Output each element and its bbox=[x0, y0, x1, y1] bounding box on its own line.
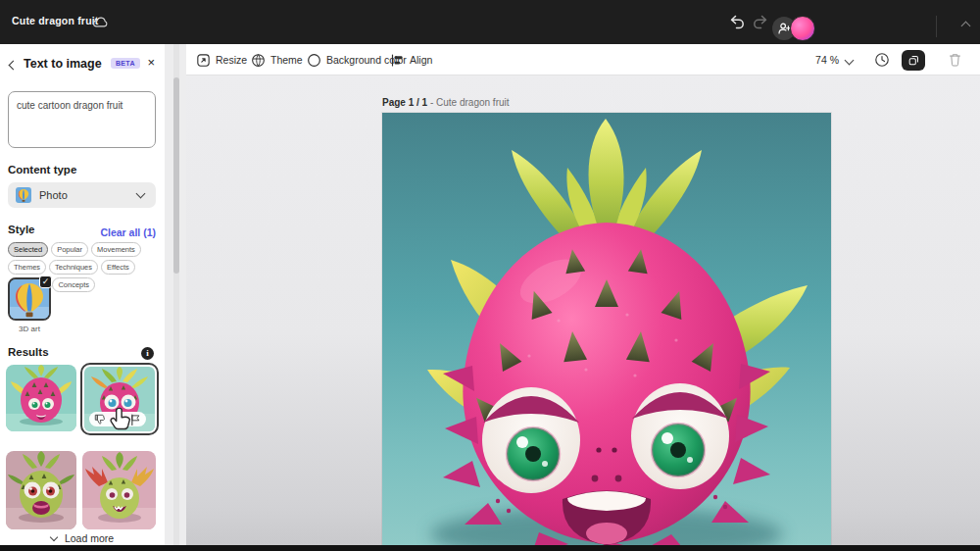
resize-button[interactable]: Resize bbox=[196, 44, 247, 75]
photo-style-icon bbox=[16, 187, 31, 203]
theme-icon bbox=[251, 53, 266, 68]
info-icon[interactable]: i bbox=[141, 347, 154, 360]
load-more-button[interactable]: Load more bbox=[0, 532, 165, 544]
align-icon bbox=[390, 53, 405, 68]
prompt-input[interactable]: cute cartoon dragon fruit bbox=[8, 91, 156, 148]
result-thumbnail-3[interactable] bbox=[6, 451, 76, 529]
layers-icon bbox=[907, 54, 920, 67]
chevron-down-icon bbox=[136, 189, 146, 199]
resize-icon bbox=[196, 53, 211, 68]
chevron-down-icon bbox=[50, 533, 58, 541]
chevron-down-icon bbox=[845, 55, 855, 65]
text-to-image-panel: Text to image BETA × cute cartoon dragon… bbox=[0, 44, 165, 545]
page-label: Page 1 / 1 - Cute dragon fruit bbox=[382, 97, 510, 108]
style-chip-popular[interactable]: Popular bbox=[51, 242, 88, 257]
user-avatar[interactable] bbox=[790, 16, 815, 41]
redo-icon[interactable] bbox=[751, 12, 770, 31]
results-label: Results bbox=[8, 346, 49, 358]
align-label: Align bbox=[410, 54, 432, 66]
load-more-label: Load more bbox=[65, 532, 114, 544]
page-number: Page 1 / 1 bbox=[382, 97, 427, 108]
panel-title: Text to image bbox=[24, 57, 102, 71]
page-title-suffix: - Cute dragon fruit bbox=[430, 97, 510, 108]
content-type-value: Photo bbox=[39, 189, 68, 201]
canvas-workspace: Page 1 / 1 - Cute dragon fruit bbox=[186, 75, 980, 545]
flag-report-icon[interactable] bbox=[130, 414, 141, 426]
layers-toggle[interactable] bbox=[902, 44, 925, 75]
app-header: Cute dragon fruit bbox=[0, 0, 980, 44]
bottom-bar bbox=[0, 545, 980, 551]
close-panel-icon[interactable]: × bbox=[147, 55, 155, 70]
style-chip-selected[interactable]: Selected bbox=[8, 242, 48, 257]
cloud-sync-icon bbox=[90, 12, 110, 31]
style-chip-concepts[interactable]: Concepts bbox=[52, 277, 95, 292]
style-label: Style bbox=[8, 224, 35, 235]
hand-cursor-icon bbox=[108, 406, 131, 431]
background-color-icon bbox=[307, 53, 321, 68]
zoom-control[interactable]: 74 % bbox=[815, 44, 853, 75]
generated-image[interactable] bbox=[382, 113, 831, 545]
scrollbar-thumb[interactable] bbox=[173, 77, 179, 274]
history-button[interactable] bbox=[874, 44, 890, 75]
collapse-chevron-icon[interactable] bbox=[956, 16, 975, 35]
document-title[interactable]: Cute dragon fruit bbox=[12, 15, 99, 26]
style-thumb-label: 3D art bbox=[8, 325, 51, 333]
panel-gutter bbox=[165, 44, 186, 545]
clear-all-link[interactable]: Clear all (1) bbox=[100, 226, 156, 238]
trash-icon bbox=[948, 52, 962, 68]
align-button[interactable]: Align bbox=[390, 44, 432, 75]
style-selected-checkbox[interactable]: ✓ bbox=[39, 276, 52, 288]
thumbs-down-icon[interactable] bbox=[94, 414, 106, 426]
result-thumbnail-4[interactable] bbox=[82, 451, 156, 529]
style-chip-effects[interactable]: Effects bbox=[101, 260, 135, 275]
resize-label: Resize bbox=[216, 54, 247, 66]
theme-label: Theme bbox=[270, 54, 303, 66]
panel-header: Text to image BETA × bbox=[0, 54, 165, 75]
content-type-dropdown[interactable]: Photo bbox=[8, 182, 156, 208]
style-chip-themes[interactable]: Themes bbox=[8, 260, 46, 275]
zoom-value: 74 % bbox=[815, 54, 839, 66]
style-chip-movements[interactable]: Movements bbox=[91, 242, 141, 257]
result-thumbnail-2-selected[interactable] bbox=[80, 363, 159, 435]
delete-button[interactable] bbox=[948, 44, 962, 75]
content-type-label: Content type bbox=[8, 164, 76, 175]
style-chip-techniques[interactable]: Techniques bbox=[49, 260, 98, 275]
history-clock-icon bbox=[874, 52, 890, 68]
undo-icon[interactable] bbox=[727, 12, 747, 31]
back-chevron-icon[interactable] bbox=[9, 61, 19, 71]
canvas-toolbar: Resize Theme Background color Align 74 % bbox=[186, 44, 980, 75]
theme-button[interactable]: Theme bbox=[251, 44, 303, 75]
result-thumbnail-1[interactable] bbox=[6, 365, 76, 431]
header-divider bbox=[936, 16, 937, 37]
beta-badge: BETA bbox=[111, 58, 140, 69]
layers-button[interactable] bbox=[902, 50, 925, 71]
